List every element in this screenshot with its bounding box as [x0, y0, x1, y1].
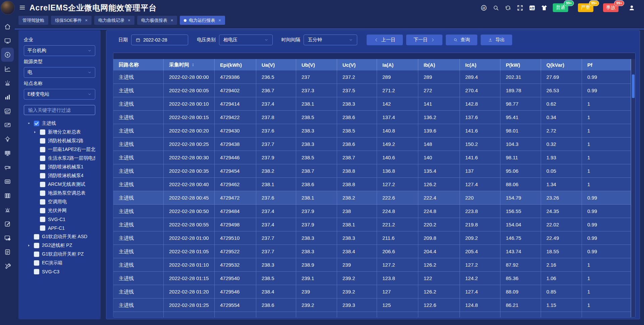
- sidebar-item-bar-chart[interactable]: [1, 90, 14, 104]
- fullscreen-icon[interactable]: [517, 4, 524, 11]
- table-row-7[interactable]: 主进线2022-02-28 00:354729454238.2238.7238.…: [113, 164, 631, 178]
- scrollbar-thumb[interactable]: [632, 74, 635, 98]
- table-row-10[interactable]: 主进线2022-02-28 00:504729484237.4237.92382…: [113, 205, 631, 218]
- table-row-3[interactable]: 主进线2022-02-28 00:154729422237.8238.5238.…: [113, 111, 631, 124]
- table-row-5[interactable]: 主进线2022-02-28 00:254729438237.7238.3238.…: [113, 138, 631, 151]
- tree-node-7[interactable]: ARCM无线表测试: [24, 180, 95, 189]
- tree-checkbox[interactable]: [34, 234, 39, 239]
- sidebar-item-monitor-trend[interactable]: [1, 118, 14, 132]
- sidebar-item-edit[interactable]: [1, 217, 14, 231]
- avatar[interactable]: [1, 1, 15, 15]
- close-icon[interactable]: ×: [85, 18, 88, 23]
- date-picker[interactable]: 2022-02-28: [131, 35, 188, 45]
- tree-node-11[interactable]: SVG-C1: [24, 215, 95, 224]
- tree-node-4[interactable]: 生活水泵2路一层弱电房: [24, 154, 95, 163]
- refresh-icon[interactable]: [504, 4, 512, 11]
- tree-checkbox[interactable]: [40, 129, 45, 135]
- tree-node-12[interactable]: APF-C1: [24, 224, 95, 232]
- tree-node-3[interactable]: 一层南1APE2右一层北1APE1左: [24, 145, 95, 154]
- sidebar-item-home[interactable]: [1, 19, 14, 34]
- search-icon[interactable]: [492, 4, 499, 11]
- next-day-button[interactable]: 下一日: [406, 35, 442, 45]
- tree-node-17[interactable]: SVG-C3: [24, 267, 95, 276]
- table-row-17[interactable]: 主进线2022-02-28 01:254729554238.6239.2239.…: [113, 299, 631, 312]
- tree-search-input[interactable]: [28, 107, 92, 113]
- sidebar-item-document[interactable]: [1, 245, 14, 259]
- tree-node-1[interactable]: 新增分立柜总表: [24, 128, 95, 137]
- tab-0[interactable]: 管理驾驶舱: [18, 16, 48, 25]
- sort-icon[interactable]: [191, 63, 195, 67]
- column-header-采集时间[interactable]: 采集时间: [164, 59, 215, 70]
- tree-checkbox[interactable]: [40, 199, 45, 205]
- caret-right-icon[interactable]: [33, 130, 37, 134]
- table-row-14[interactable]: 主进线2022-02-28 01:104729532238.3238.92391…: [113, 258, 631, 272]
- table-row-6[interactable]: 主进线2022-02-28 00:304729446237.9238.5238.…: [113, 151, 631, 164]
- table-scrollbar[interactable]: [631, 59, 635, 317]
- tree-checkbox[interactable]: [40, 208, 45, 213]
- support-icon[interactable]: @: [480, 4, 487, 11]
- tree-node-8[interactable]: 地源热泵空调总表: [24, 189, 95, 198]
- tree-checkbox[interactable]: [40, 225, 45, 231]
- translate-icon[interactable]: A文: [529, 4, 536, 11]
- energy-type-select[interactable]: 电: [24, 67, 95, 78]
- table-row-4[interactable]: 主进线2022-02-28 00:204729430237.6238.3238.…: [113, 124, 631, 138]
- sidebar-item-solar-panel[interactable]: [1, 146, 14, 160]
- sidebar-item-alarm-siren[interactable]: [1, 76, 14, 90]
- table-row-0[interactable]: 主进线2022-02-28 00:004729386236.5237237.22…: [113, 70, 631, 84]
- caret-right-icon[interactable]: [27, 244, 31, 247]
- tree-checkbox[interactable]: [40, 156, 45, 161]
- tree-node-0[interactable]: 主进线: [24, 119, 95, 128]
- tree-checkbox[interactable]: [40, 173, 45, 178]
- tree-node-13[interactable]: G1软启动开关柜 ASD: [24, 232, 95, 241]
- tree-node-10[interactable]: 光伏并网: [24, 206, 95, 215]
- sidebar-item-line-chart[interactable]: [1, 104, 14, 118]
- sidebar-item-energy[interactable]: [1, 48, 14, 62]
- tree-checkbox[interactable]: [34, 121, 39, 126]
- export-button[interactable]: 导出: [481, 35, 512, 45]
- sidebar-item-bulb[interactable]: [1, 132, 14, 146]
- sidebar-item-monitor[interactable]: [1, 34, 14, 48]
- table-row-16[interactable]: 主进线2022-02-28 01:204729546238.4239239.21…: [113, 285, 631, 299]
- sidebar-item-archive[interactable]: [1, 188, 14, 203]
- tree-node-15[interactable]: G1软启动开关柜 PZ: [24, 250, 95, 259]
- tree-checkbox[interactable]: [40, 191, 45, 196]
- sidebar-item-monitor-settings[interactable]: [1, 231, 14, 245]
- table-row-8[interactable]: 主进线2022-02-28 00:404729462238.1238.6238.…: [113, 178, 631, 191]
- sidebar-item-alarm-light[interactable]: [1, 203, 14, 217]
- sidebar-item-tools[interactable]: [1, 259, 14, 273]
- table-row-1[interactable]: 主进线2022-02-28 00:054729402236.7237.3237.…: [113, 84, 631, 97]
- tree-checkbox[interactable]: [40, 164, 45, 170]
- tree-node-2[interactable]: 消防栓机械泵2路: [24, 137, 95, 145]
- tree-checkbox[interactable]: [34, 260, 39, 266]
- table-row-2[interactable]: 主进线2022-02-28 00:104729414237.4238.1238.…: [113, 97, 631, 111]
- interval-select[interactable]: 五分钟: [304, 35, 357, 45]
- table-row-15[interactable]: 主进线2022-02-28 01:154729540238.5239.1239.…: [113, 272, 631, 285]
- table-row-13[interactable]: 主进线2022-02-28 01:054729522237.7238.3238.…: [113, 245, 631, 258]
- tree-node-14[interactable]: 2G2进线柜 PZ: [24, 241, 95, 250]
- menu-icon[interactable]: [19, 4, 26, 11]
- tree-node-5[interactable]: 消防喷淋机械泵1: [24, 163, 95, 171]
- prev-day-button[interactable]: 上一日: [367, 35, 403, 45]
- close-icon[interactable]: ×: [171, 18, 173, 23]
- tab-1[interactable]: 综保SOE事件×: [51, 16, 92, 25]
- tree-checkbox[interactable]: [34, 269, 39, 274]
- table-row-12[interactable]: 主进线2022-02-28 01:004729510237.7238.3238.…: [113, 231, 631, 245]
- caret-down-icon[interactable]: [27, 122, 31, 125]
- tree-node-9[interactable]: 空调用电: [24, 198, 95, 206]
- user-icon[interactable]: [628, 4, 635, 11]
- query-button[interactable]: 查询: [446, 35, 477, 45]
- sidebar-item-camera[interactable]: [1, 160, 14, 174]
- tree-node-6[interactable]: 消防喷淋机械泵4: [24, 171, 95, 180]
- close-icon[interactable]: ×: [218, 18, 221, 23]
- tree-checkbox[interactable]: [40, 147, 45, 152]
- table-row-11[interactable]: 主进线2022-02-28 00:554729498237.4237.9238.…: [113, 218, 631, 231]
- sidebar-item-trend-report[interactable]: [1, 62, 14, 76]
- tree-checkbox[interactable]: [34, 252, 39, 257]
- station-select[interactable]: E楼变电站: [24, 89, 95, 100]
- tree-checkbox[interactable]: [40, 217, 45, 222]
- table-row-9[interactable]: 主进线2022-02-28 00:454729472237.6238.1238.…: [113, 191, 631, 205]
- tab-2[interactable]: 电力曲线记录×: [94, 16, 135, 25]
- tree-checkbox[interactable]: [40, 182, 45, 187]
- tree-checkbox[interactable]: [34, 243, 39, 248]
- sidebar-item-server-card[interactable]: [1, 174, 14, 188]
